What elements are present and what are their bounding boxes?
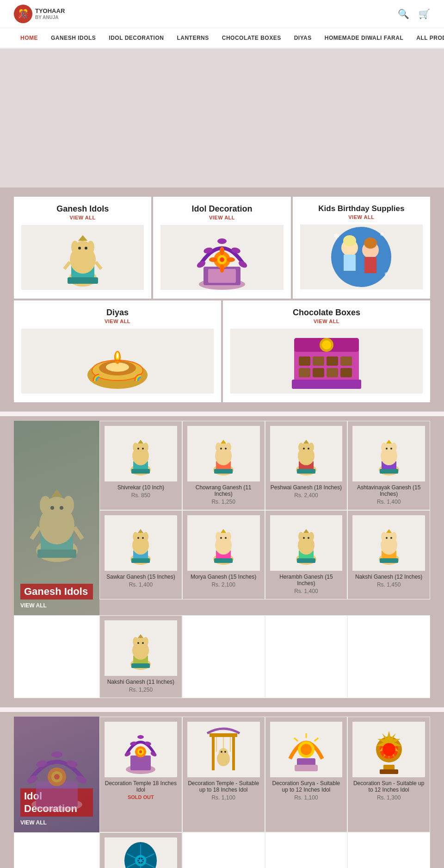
product-nakshi12-name: Nakshi Ganesh (12 Inches) <box>352 574 425 580</box>
nav-item-diyas[interactable]: DIYAS <box>288 28 318 48</box>
ganesh-products-right: Shivrekar (10 Inch) Rs. 850 Chowrang Gan… <box>99 421 430 615</box>
logo-icon: 🎊 <box>14 5 32 23</box>
svg-line-69 <box>74 527 82 539</box>
svg-point-190 <box>221 751 222 753</box>
svg-point-50 <box>322 340 331 350</box>
svg-marker-160 <box>138 634 143 638</box>
svg-point-116 <box>133 532 138 541</box>
category-ganesh-idols[interactable]: Ganesh Idols VIEW ALL <box>14 197 151 299</box>
svg-rect-11 <box>68 277 98 284</box>
logo[interactable]: 🎊 TYOHAAR BY ANUJA <box>14 5 65 23</box>
product-ashtavinayak[interactable]: Ashtavinayak Ganesh (15 Inches) Rs. 1,40… <box>347 421 430 510</box>
svg-line-9 <box>96 262 101 269</box>
nav-item-idol-decoration[interactable]: IDOL DECORATION <box>102 28 170 48</box>
category-kids-birthday[interactable]: Kids Birthday Supplies VIEW ALL <box>293 197 430 299</box>
nav-item-home[interactable]: HOME <box>14 28 44 49</box>
svg-rect-198 <box>295 765 318 771</box>
svg-line-68 <box>31 527 39 539</box>
category-kids-title: Kids Birthday Supplies <box>318 204 404 213</box>
nav-item-all-products[interactable]: ALL PRODUCTS <box>410 28 444 48</box>
idol-section: Idol Decoration VIEW ALL <box>0 712 444 868</box>
category-chocolate-title: Chocolate Boxes <box>293 308 360 318</box>
product-chowrang[interactable]: Chowrang Ganesh (11 Inches) Rs. 1,250 <box>182 421 265 510</box>
product-chowrang-image <box>187 426 260 481</box>
svg-point-157 <box>143 637 148 646</box>
svg-point-17 <box>217 238 227 244</box>
nav-item-ganesh-idols[interactable]: GANESH IDOLS <box>44 28 102 48</box>
product-nakshi-11[interactable]: Nakshi Ganesh (11 Inches) Rs. 1,250 <box>99 615 182 698</box>
nav-item-lanterns[interactable]: LANTERNS <box>170 28 215 48</box>
svg-rect-54 <box>340 356 352 366</box>
svg-point-65 <box>63 496 74 514</box>
product-deco-temple-suitable[interactable]: Decoration Temple - Suitable up to 18 In… <box>182 717 265 832</box>
svg-rect-31 <box>364 257 376 273</box>
svg-point-127 <box>226 532 231 541</box>
svg-point-149 <box>390 537 392 539</box>
svg-point-5 <box>87 241 94 254</box>
svg-point-64 <box>40 496 51 514</box>
svg-rect-204 <box>380 769 398 774</box>
svg-marker-120 <box>138 529 143 533</box>
svg-rect-111 <box>380 469 398 474</box>
svg-rect-52 <box>313 356 324 366</box>
product-morya[interactable]: Morya Ganesh (15 Inches) Rs. 2,100 <box>182 510 265 599</box>
ganesh-row3-empty2 <box>182 615 265 698</box>
svg-rect-29 <box>344 255 356 271</box>
ganesh-row3-empty4 <box>347 615 430 698</box>
svg-point-156 <box>133 637 138 646</box>
product-deco-temple-18-image <box>105 722 177 777</box>
svg-point-22 <box>220 257 224 262</box>
svg-marker-90 <box>221 440 226 443</box>
product-herambh[interactable]: Herambh Ganesh (15 Inches) Rs. 1,400 <box>265 510 348 599</box>
category-chocolate-viewall[interactable]: VIEW ALL <box>314 318 339 324</box>
svg-marker-70 <box>51 489 62 497</box>
category-idol-viewall[interactable]: VIEW ALL <box>209 215 235 220</box>
svg-point-139 <box>308 537 309 539</box>
category-kids-image: ❄ ❄ ❄ <box>300 225 423 289</box>
product-sawkar[interactable]: Sawkar Ganesh (15 Inches) Rs. 1,400 <box>99 510 182 599</box>
svg-point-191 <box>224 751 226 753</box>
product-deco-surya[interactable]: Decoration Surya - Suitable up to 12 Inc… <box>265 717 348 832</box>
svg-marker-10 <box>78 235 87 241</box>
deco-surya-price: Rs. 1,100 <box>270 794 343 801</box>
category-chocolate-boxes[interactable]: Chocolate Boxes VIEW ALL <box>223 300 430 402</box>
product-peshwai[interactable]: Peshwai Ganesh (18 Inches) Rs. 2,400 <box>265 421 348 510</box>
category-ganesh-viewall[interactable]: VIEW ALL <box>70 215 96 220</box>
product-shivrekar-price: Rs. 850 <box>105 492 177 499</box>
category-idol-decoration[interactable]: Idol Decoration VIEW ALL <box>153 197 290 299</box>
svg-marker-100 <box>303 440 309 443</box>
idol-row2: Decoration Peacock Basuri - Suitable up … <box>14 832 430 868</box>
svg-rect-182 <box>212 736 215 770</box>
svg-point-106 <box>381 443 387 452</box>
product-ashtavinayak-name: Ashtavinayak Ganesh (15 Inches) <box>352 484 425 497</box>
product-deco-peacock[interactable]: Decoration Peacock Basuri - Suitable up … <box>99 832 182 868</box>
svg-point-97 <box>308 443 314 452</box>
svg-point-76 <box>133 443 138 452</box>
category-diyas-viewall[interactable]: VIEW ALL <box>105 318 130 324</box>
nav-item-chocolate-boxes[interactable]: CHOCOLATE BOXES <box>216 28 288 48</box>
product-nakshi11-image <box>105 620 177 676</box>
svg-point-119 <box>142 537 144 539</box>
category-ganesh-image <box>21 225 144 290</box>
svg-point-108 <box>386 448 388 450</box>
product-nakshi-12[interactable]: Nakshi Ganesh (12 Inches) Rs. 1,450 <box>347 510 430 599</box>
svg-point-78 <box>137 448 139 450</box>
svg-point-99 <box>308 448 309 450</box>
product-deco-sun[interactable]: Decoration Sun - Suitable up to 12 Inche… <box>347 717 430 832</box>
product-chowrang-name: Chowrang Ganesh (11 Inches) <box>187 484 260 497</box>
svg-point-96 <box>298 443 304 452</box>
idol-products-grid: Decoration Temple 18 Inches Idol SOLD OU… <box>99 717 430 832</box>
svg-rect-141 <box>297 558 315 563</box>
category-kids-viewall[interactable]: VIEW ALL <box>348 214 374 220</box>
svg-rect-151 <box>380 558 398 563</box>
product-deco-surya-image <box>270 722 343 777</box>
nav-item-homemade[interactable]: HOMEMADE DIWALI FARAL <box>318 28 410 48</box>
svg-point-23 <box>220 247 224 255</box>
svg-rect-57 <box>327 368 338 377</box>
search-icon[interactable]: 🔍 <box>398 8 409 19</box>
svg-point-137 <box>308 532 314 541</box>
category-diyas[interactable]: Diyas VIEW ALL 🌈 🌈 <box>14 300 221 402</box>
cart-icon[interactable]: 🛒 <box>419 8 430 19</box>
product-deco-temple-18[interactable]: Decoration Temple 18 Inches Idol SOLD OU… <box>99 717 182 832</box>
product-shivrekar[interactable]: Shivrekar (10 Inch) Rs. 850 <box>99 421 182 510</box>
